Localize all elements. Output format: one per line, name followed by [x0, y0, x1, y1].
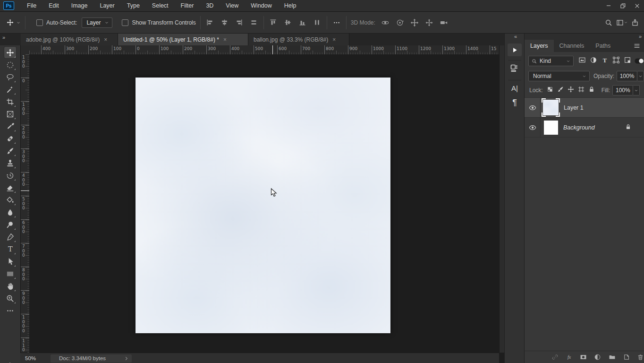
character-panel-button[interactable]: A|: [505, 84, 525, 92]
vertical-ruler[interactable]: 1 0 001 0 02 0 03 0 04 0 05 0 06 0 07 0 …: [20, 54, 30, 353]
adjustment-layer-button[interactable]: [593, 353, 602, 362]
menu-item-select[interactable]: Select: [146, 0, 175, 11]
camera-3d-button[interactable]: [439, 17, 449, 28]
filter-kind-dropdown[interactable]: Kind: [528, 56, 574, 66]
properties-panel-button[interactable]: [509, 63, 519, 75]
auto-select-checkbox[interactable]: [36, 19, 43, 26]
minimize-button[interactable]: [602, 0, 616, 11]
panel-tab-layers[interactable]: Layers: [525, 40, 554, 52]
filter-pixel-layer-filter-button[interactable]: [578, 56, 586, 66]
edit-toolbar[interactable]: [4, 305, 16, 316]
auto-select-target-dropdown[interactable]: Layer: [82, 17, 112, 28]
document-info[interactable]: Doc: 3.34M/0 bytes: [51, 354, 132, 363]
dock-expand-icon[interactable]: »: [639, 34, 641, 39]
default-swap-colors[interactable]: [2, 360, 14, 363]
filter-toggle-icon[interactable]: [634, 56, 644, 66]
menu-item-image[interactable]: Image: [65, 0, 94, 11]
lock-position-button[interactable]: [568, 86, 574, 95]
history-brush-tool[interactable]: [4, 170, 16, 181]
search-button[interactable]: [603, 17, 614, 28]
lasso-tool[interactable]: [4, 71, 16, 83]
healing-brush-tool[interactable]: [4, 133, 16, 144]
new-layer-button[interactable]: [622, 353, 630, 362]
drag-3d-button[interactable]: [409, 17, 420, 28]
crop-tool[interactable]: [4, 96, 16, 107]
filter-adjustment-layer-filter-button[interactable]: [590, 56, 597, 66]
quick-selection-tool[interactable]: [4, 84, 16, 95]
menu-item-type[interactable]: Type: [121, 0, 146, 11]
layer-thumbnail[interactable]: [544, 121, 558, 135]
eyedropper-tool[interactable]: [4, 121, 16, 132]
link-layers-button[interactable]: [551, 353, 559, 362]
gradient-tool[interactable]: [4, 194, 16, 206]
lock-transparency-button[interactable]: [547, 86, 553, 95]
fill-dropdown-button[interactable]: [633, 85, 640, 95]
opacity-value-field[interactable]: 100%: [617, 71, 637, 81]
layer-row-layer-1[interactable]: Layer 1: [525, 98, 644, 118]
current-tool-indicator[interactable]: [7, 19, 21, 26]
type-tool[interactable]: T: [4, 243, 16, 255]
close-button[interactable]: [630, 0, 644, 11]
document-tab-2[interactable]: Untitled-1 @ 50% (Layer 1, RGB/8#) *×: [118, 34, 248, 45]
menu-item-layer[interactable]: Layer: [93, 0, 120, 11]
orbit-3d-button[interactable]: [380, 17, 390, 28]
path-selection-tool[interactable]: [4, 256, 16, 267]
move-tool[interactable]: [4, 47, 16, 58]
clone-stamp-tool[interactable]: [4, 157, 16, 169]
pen-tool[interactable]: [4, 231, 16, 242]
menu-item-help[interactable]: Help: [278, 0, 303, 11]
roll-3d-button[interactable]: [395, 17, 405, 28]
opacity-dropdown-button[interactable]: [637, 71, 644, 81]
menu-item-file[interactable]: File: [21, 0, 42, 11]
menu-item-filter[interactable]: Filter: [175, 0, 200, 11]
layer-mask-button[interactable]: [579, 353, 587, 362]
paragraph-panel-button[interactable]: ¶: [505, 98, 525, 108]
frame-tool[interactable]: [4, 108, 16, 120]
menu-item-3d[interactable]: 3D: [200, 0, 220, 11]
tab-close-icon[interactable]: ×: [223, 37, 227, 43]
document-tab-1[interactable]: adobe.jpg @ 100% (RGB/8#)×: [21, 34, 118, 45]
filter-type-layer-filter-button[interactable]: T: [601, 56, 609, 66]
lock-artboard-button[interactable]: [578, 86, 585, 95]
workspace-button[interactable]: [614, 17, 630, 28]
share-button[interactable]: [630, 17, 640, 28]
restore-button[interactable]: [616, 0, 630, 11]
zoom-tool[interactable]: [4, 293, 16, 304]
panel-tab-paths[interactable]: Paths: [590, 40, 616, 52]
ruler-origin-corner[interactable]: [20, 45, 30, 55]
menu-item-edit[interactable]: Edit: [42, 0, 65, 11]
align-top-edges-button[interactable]: [268, 17, 279, 28]
distribute-horizontal-centers-button[interactable]: [312, 17, 322, 28]
align-bottom-edges-button[interactable]: [297, 17, 308, 28]
menu-item-window[interactable]: Window: [245, 0, 278, 11]
canvas[interactable]: [136, 78, 390, 333]
distribute-vertical-centers-button[interactable]: [249, 17, 259, 28]
align-horizontal-centers-button[interactable]: [220, 17, 230, 28]
align-right-edges-button[interactable]: [234, 17, 245, 28]
lock-all-button[interactable]: [588, 86, 595, 95]
horizontal-ruler[interactable]: 4003002001000100200300400500600700800900…: [29, 45, 499, 55]
more-options-button[interactable]: [331, 17, 342, 28]
layer-thumbnail[interactable]: [543, 100, 559, 115]
align-vertical-centers-button[interactable]: [283, 17, 293, 28]
layer-visibility-toggle[interactable]: [525, 98, 541, 117]
blur-tool[interactable]: [4, 207, 16, 218]
fill-value-field[interactable]: 100%: [612, 85, 633, 95]
dock-collapse-icon[interactable]: «: [514, 34, 517, 39]
panel-menu-icon[interactable]: [633, 42, 641, 50]
lock-pixels-button[interactable]: [557, 86, 564, 95]
align-left-edges-button[interactable]: [205, 17, 215, 28]
layer-row-background[interactable]: Background: [525, 118, 644, 138]
eraser-tool[interactable]: [4, 182, 16, 193]
new-group-button[interactable]: [608, 353, 616, 362]
panel-tab-channels[interactable]: Channels: [554, 40, 590, 52]
layer-style-button[interactable]: fx: [565, 353, 573, 362]
slide-3d-button[interactable]: [424, 17, 434, 28]
tab-close-icon[interactable]: ×: [332, 37, 336, 43]
filter-shape-layer-filter-button[interactable]: [612, 56, 620, 66]
zoom-level-field[interactable]: 50%: [25, 355, 44, 361]
dodge-tool[interactable]: [4, 219, 16, 230]
brush-tool[interactable]: [4, 145, 16, 156]
hand-tool[interactable]: [4, 280, 16, 292]
actions-panel-button[interactable]: [508, 43, 522, 56]
